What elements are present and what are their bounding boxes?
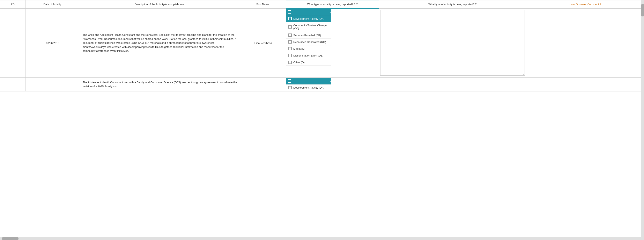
cell-pd-2 xyxy=(0,78,26,91)
table-row: The Adolescent Health Consultant met wit… xyxy=(0,78,644,91)
item-checkbox-cc-1 xyxy=(288,25,292,28)
svg-line-3 xyxy=(332,81,332,82)
item-checkbox-rg-1 xyxy=(288,40,292,44)
dropdown-item-de-1[interactable]: Dissemination Effort (DE) xyxy=(286,52,331,59)
item-checkbox-m-1 xyxy=(288,47,292,50)
item-checkbox-da-1: ✓ xyxy=(288,17,292,20)
table-wrapper[interactable]: PD Date of Activity: Description of the … xyxy=(0,0,644,240)
item-checkbox-de-1 xyxy=(288,54,292,57)
cell-inner-observer-1 xyxy=(526,8,644,78)
header-activity-type-1: What type of activity is being reported?… xyxy=(286,0,379,8)
cell-activity-1[interactable]: ✓ Development Activity (DA) Community/Sy… xyxy=(286,8,379,78)
dropdown-item-cc-1[interactable]: Community/System Change (CC) xyxy=(286,22,331,32)
dropdown-2[interactable]: Development Activity (DA) xyxy=(286,78,331,91)
dropdown-body-2: Development Activity (DA) xyxy=(286,84,331,91)
header-inner-observer: Inner Observer Comment 2 xyxy=(526,0,644,8)
checkmark-da-1: ✓ xyxy=(289,18,291,20)
scrollbar-bottom[interactable] xyxy=(0,237,641,240)
cell-date-1: 03/26/2019 xyxy=(25,8,80,78)
table-row: 03/26/2019 The Child and Adolescent Heal… xyxy=(0,8,644,78)
item-label-cc-1: Community/System Change (CC) xyxy=(293,24,329,30)
item-label-de-1: Dissemination Effort (DE) xyxy=(293,54,323,57)
dropdown-item-m-1[interactable]: Media (M xyxy=(286,46,331,52)
cell-description-1: The Child and Adolescent Health Consulta… xyxy=(80,8,240,78)
header-checkbox-1[interactable] xyxy=(288,10,291,14)
scrollbar-right[interactable] xyxy=(641,0,644,240)
dropdown-item-da-1[interactable]: ✓ Development Activity (DA) xyxy=(286,16,331,22)
item-label-m-1: Media (M xyxy=(293,47,304,50)
item-checkbox-sp-1 xyxy=(288,34,292,37)
item-label-sp-1: Services Provided (SP) xyxy=(293,34,321,37)
scrollbar-thumb-right[interactable] xyxy=(641,4,644,16)
header-description: Description of the Activity/Accomplishme… xyxy=(80,0,240,8)
cell-name-2 xyxy=(240,78,286,91)
dropdown-1[interactable]: ✓ Development Activity (DA) Community/Sy… xyxy=(286,9,331,66)
header-date: Date of Activity: xyxy=(25,0,80,8)
cell-date-2 xyxy=(25,78,80,91)
item-label-rg-1: Resources Generated (RG) xyxy=(293,40,326,44)
activity-type2-textarea-1[interactable] xyxy=(380,10,525,76)
header-activity-type-2: What type of activity is being reported?… xyxy=(379,0,526,8)
item-label-da-1: Development Activity (DA) xyxy=(293,17,324,20)
dropdown-header-1[interactable] xyxy=(286,9,331,16)
dropdown-item-sp-1[interactable]: Services Provided (SP) xyxy=(286,32,331,39)
cell-activity-type2-1[interactable] xyxy=(379,8,526,78)
dropdown-search-input-1[interactable] xyxy=(292,10,328,14)
header-checkbox-2[interactable] xyxy=(288,79,291,82)
dropdown-item-rg-1[interactable]: Resources Generated (RG) xyxy=(286,39,331,46)
item-label-o-1: Other (O) xyxy=(293,61,305,64)
search-button-1[interactable] xyxy=(330,10,332,13)
dropdown-item-da-2[interactable]: Development Activity (DA) xyxy=(286,84,331,91)
cell-pd-1 xyxy=(0,8,26,78)
dropdown-search-input-2[interactable] xyxy=(292,79,328,83)
item-label-da-2: Development Activity (DA) xyxy=(293,86,324,89)
dropdown-body-1: ✓ Development Activity (DA) Community/Sy… xyxy=(286,16,331,66)
header-pd: PD xyxy=(0,0,26,8)
cell-description-2: The Adolescent Health Consultant met wit… xyxy=(80,78,240,91)
cell-activity-type2-2[interactable] xyxy=(379,78,526,91)
item-checkbox-o-1 xyxy=(288,60,292,64)
scrollbar-thumb-bottom[interactable] xyxy=(2,237,18,240)
main-table: PD Date of Activity: Description of the … xyxy=(0,0,644,92)
search-button-2[interactable] xyxy=(330,80,332,82)
cell-name-1: Elisa Nehrbass xyxy=(240,8,286,78)
dropdown-header-2[interactable] xyxy=(286,78,331,84)
item-checkbox-da-2 xyxy=(288,86,292,90)
svg-line-1 xyxy=(332,12,332,13)
header-name: Your Name: xyxy=(240,0,286,8)
cell-inner-observer-2 xyxy=(526,78,644,91)
dropdown-item-o-1[interactable]: Other (O) xyxy=(286,59,331,66)
cell-activity-2[interactable]: Development Activity (DA) xyxy=(286,78,379,91)
